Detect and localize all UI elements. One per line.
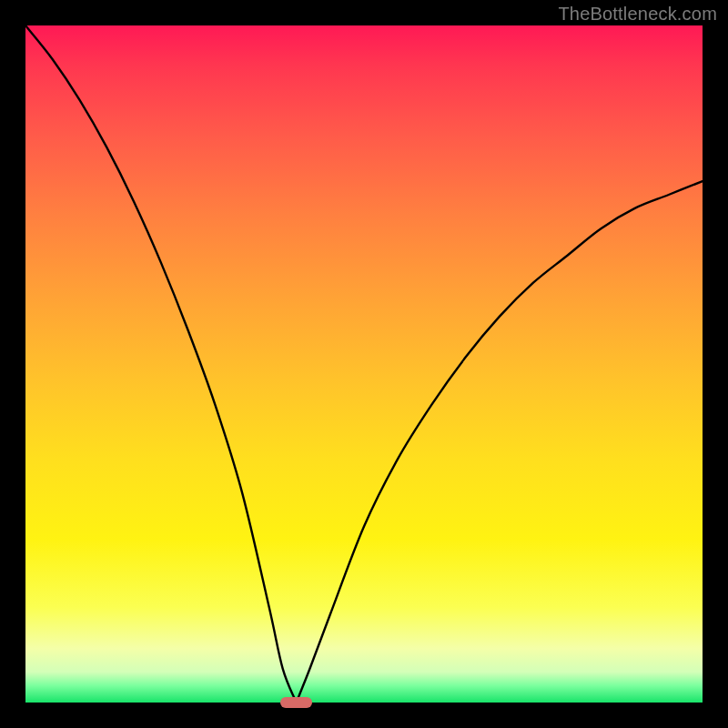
curve-right-branch xyxy=(297,181,703,703)
minimum-marker xyxy=(280,697,311,708)
plot-area xyxy=(25,25,703,703)
outer-frame: TheBottleneck.com xyxy=(0,0,728,728)
bottleneck-curve xyxy=(25,25,703,703)
curve-left-branch xyxy=(25,25,297,703)
watermark-text: TheBottleneck.com xyxy=(558,4,717,25)
